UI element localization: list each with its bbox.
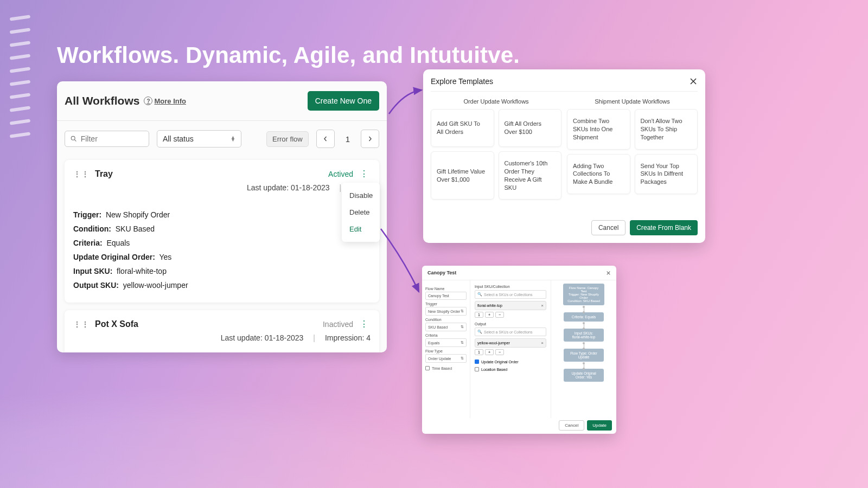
error-flow-button[interactable]: Error flow	[266, 131, 309, 147]
checkbox-icon	[475, 359, 479, 364]
qty-up-button[interactable]: +	[485, 312, 494, 318]
qty-down-button[interactable]: −	[495, 312, 504, 318]
kebab-menu-button[interactable]: ⋮	[358, 169, 371, 179]
status-select-value: All status	[163, 134, 194, 143]
select-value: Order Update	[428, 357, 451, 361]
status-badge: Actived	[328, 170, 353, 178]
search-placeholder: Select a SKUs or Collections	[484, 293, 532, 297]
arrow-icon	[380, 228, 429, 298]
timebased-checkbox[interactable]: Time Based	[425, 366, 467, 370]
create-from-blank-button[interactable]: Create From Blank	[630, 220, 698, 235]
drag-handle-icon[interactable]: ⋮⋮	[73, 170, 90, 178]
filter-input-wrapper[interactable]	[65, 131, 149, 147]
section-label: Output	[475, 322, 546, 326]
checkbox-icon	[425, 366, 430, 370]
detail-value: yellow-wool-jumper	[123, 281, 188, 290]
status-select[interactable]: All status ▲▼	[157, 130, 241, 147]
svg-line-1	[75, 140, 76, 142]
connector-icon	[584, 323, 584, 329]
drag-handle-icon[interactable]: ⋮⋮	[73, 320, 90, 329]
trigger-select[interactable]: New Shopify Order⇅	[425, 307, 467, 316]
close-icon[interactable]	[606, 271, 611, 275]
explore-templates-modal: Explore Templates Order Update Workflows…	[423, 69, 705, 243]
updown-icon: ⇅	[461, 325, 464, 329]
select-value: New Shopify Order	[428, 310, 460, 313]
template-card[interactable]: Customer's 10th Order They Receive A Gif…	[499, 151, 562, 200]
checkbox-label: Time Based	[432, 367, 452, 370]
menu-edit[interactable]: Edit	[342, 221, 380, 237]
flowname-input[interactable]: Canopy Test	[425, 292, 467, 300]
location-checkbox[interactable]: Location Based	[475, 367, 546, 371]
column-title: Order Update Workflows	[431, 98, 561, 105]
flow-node: Update Original Order: Yes	[564, 369, 604, 382]
field-label: Trigger	[425, 302, 467, 306]
detail-label: Trigger:	[73, 210, 101, 219]
filter-input[interactable]	[81, 134, 144, 143]
remove-chip-icon[interactable]: ×	[541, 341, 544, 345]
remove-chip-icon[interactable]: ×	[541, 303, 544, 308]
qty-value: 1	[475, 312, 483, 318]
qty-value: 1	[475, 349, 483, 355]
detail-value: Equals	[106, 239, 130, 247]
updown-icon: ⇅	[461, 309, 464, 313]
chip-label: floral-white-top	[477, 304, 502, 307]
template-card[interactable]: Gift Lifetime Value Over $1,000	[431, 151, 494, 200]
select-updown-icon: ▲▼	[231, 136, 235, 142]
separator: |	[313, 333, 315, 342]
qty-up-button[interactable]: +	[485, 349, 494, 355]
checkbox-label: Location Based	[481, 368, 507, 371]
search-icon	[70, 134, 78, 143]
modal-title: Explore Templates	[431, 77, 493, 86]
field-label: Flow Name	[425, 287, 467, 291]
section-label: Input SKU/Collection	[475, 285, 546, 288]
field-label: Criteria	[425, 333, 467, 337]
template-card[interactable]: Add Gift SKU To All Orders	[431, 109, 494, 147]
column-title: Shipment Update Workflows	[567, 98, 698, 105]
workflow-name: Tray	[95, 169, 113, 179]
create-new-button[interactable]: Create New One	[308, 91, 379, 111]
detail-value: New Shopify Order	[106, 210, 170, 219]
next-page-button[interactable]	[361, 130, 379, 148]
flowtype-select[interactable]: Order Update⇅	[425, 354, 467, 363]
template-card[interactable]: Send Your Top SKUs In Diffrent Packages	[635, 154, 698, 195]
kebab-menu-button[interactable]: ⋮	[358, 319, 371, 329]
update-button[interactable]: Update	[587, 420, 612, 431]
field-label: Flow Type	[425, 349, 467, 353]
search-icon: 🔍	[477, 292, 482, 297]
sku-search-input[interactable]: 🔍Select a SKUs or Collections	[475, 328, 546, 336]
select-value: SKU Based	[428, 325, 448, 329]
separator: |	[340, 183, 342, 192]
menu-disable[interactable]: Disable	[342, 187, 380, 204]
menu-delete[interactable]: Delete	[342, 204, 380, 221]
cancel-button[interactable]: Cancel	[591, 220, 626, 235]
workflow-name: Pot X Sofa	[95, 319, 138, 329]
template-card[interactable]: Adding Two Collections To Make A Bundle	[567, 154, 630, 195]
flow-node: Flow Type: Order Update	[564, 349, 604, 362]
chevron-right-icon	[367, 136, 373, 142]
arrow-icon	[388, 87, 426, 119]
checkbox-icon	[475, 367, 479, 371]
cancel-button[interactable]: Cancel	[559, 420, 584, 431]
close-icon[interactable]	[689, 77, 698, 86]
template-card[interactable]: Gift All Orders Over $100	[499, 109, 562, 147]
update-order-checkbox[interactable]: Update Original Order	[475, 359, 546, 364]
workflow-card: ⋮⋮ Tray Actived ⋮ Last update: 01-18-202…	[65, 160, 379, 303]
workflow-card: ⋮⋮ Pot X Sofa Inactived ⋮ Last update: 0…	[65, 310, 379, 352]
sku-search-input[interactable]: 🔍Select a SKUs or Collections	[475, 290, 546, 299]
qty-down-button[interactable]: −	[495, 349, 504, 355]
chip-label: yellow-wool-jumper	[477, 341, 510, 345]
last-update: Last update: 01-18-2023	[221, 333, 304, 342]
template-card[interactable]: Combine Two SKUs Into One Shipment	[567, 109, 630, 150]
connector-icon	[584, 307, 584, 312]
flow-node: Criteria: Equals	[564, 312, 604, 322]
condition-select[interactable]: SKU Based⇅	[425, 323, 467, 331]
decorative-dashes	[10, 16, 30, 146]
detail-value: floral-white-top	[117, 267, 167, 275]
panel-title: All Workflows	[65, 94, 139, 107]
more-info-link[interactable]: More Info	[144, 97, 186, 105]
criteria-select[interactable]: Equals⇅	[425, 338, 467, 347]
detail-label: Output SKU:	[73, 281, 119, 290]
template-card[interactable]: Don't Allow Two SKUs To Ship Together	[635, 109, 698, 150]
prev-page-button[interactable]	[316, 130, 335, 148]
detail-value: Yes	[159, 253, 171, 261]
